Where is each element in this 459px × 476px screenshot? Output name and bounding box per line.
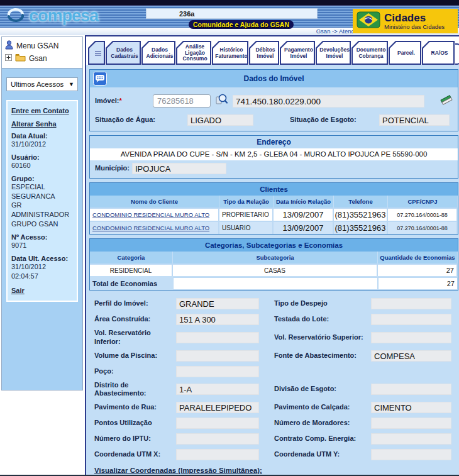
pavimento-rua-field: PARALELEPIPEDO: [176, 402, 259, 413]
col-tipo: Tipo da Relação: [219, 196, 274, 208]
community-help-link[interactable]: Comunidade e Ajuda do GSAN: [189, 20, 294, 29]
section-title: Dados do Imóvel: [243, 74, 304, 83]
municipio-row: Município: IPOJUCA: [90, 160, 458, 178]
logout-link[interactable]: Sair: [11, 287, 73, 294]
coordenada-utm-x-label: Coordenada UTM X:: [94, 450, 174, 459]
cliente-telefone: (81)35521963: [334, 221, 388, 234]
imovel-input[interactable]: [153, 94, 211, 108]
compesa-logo-text: compesa: [29, 6, 98, 26]
clientes-header-row: Nome do Cliente Tipo da Relação Data Iní…: [90, 196, 458, 208]
tab-historico-faturamento[interactable]: Histórico Faturamento: [212, 41, 248, 65]
endereco-field: AVENIDA PRAIA DO CUPE - S/N - KM 2,5 - G…: [90, 148, 458, 160]
ministry-text: Cidades Ministério das Cidades: [384, 13, 445, 30]
session-code-input[interactable]: [146, 8, 318, 19]
tab-devolucoes-imovel[interactable]: Devoluções Imóvel: [316, 41, 351, 65]
group-value: ESPECIAL SEGURANCA GR ADMINISTRADOR GRUP…: [11, 182, 73, 229]
imovel-label: Imóvel:*: [95, 97, 150, 106]
tab-strip-end: [455, 43, 459, 65]
tab-debitos-imovel[interactable]: Débitos Imóvel: [249, 41, 279, 65]
col-subcategoria: Subcategoria: [173, 252, 378, 263]
visualizar-coordenadas-link[interactable]: Visualizar Coordenadas (Impressão Simult…: [94, 467, 262, 474]
testada-lote-label: Testada do Lote:: [274, 315, 368, 324]
tree-expand-icon[interactable]: [5, 54, 12, 63]
col-quantidade: Quantidade de Economias: [378, 252, 458, 263]
user-info-panel: Entre em Contato Alterar Senha Data Atua…: [6, 100, 78, 302]
vol-reservatorio-superior-label: Vol. Reservatório Superior:: [274, 333, 368, 342]
menu-gsan-header[interactable]: Menu GSAN: [5, 40, 81, 52]
poco-label: Poço:: [94, 367, 174, 376]
tab-dados-cadastrais[interactable]: Dados Cadastrais: [106, 41, 141, 65]
cliente-link[interactable]: CONDOMINIO RESIDENCIAL MURO ALTO: [92, 224, 209, 231]
eraser-icon[interactable]: [440, 94, 453, 108]
section-dados-imovel: Dados do Imóvel Imóvel:* 741.450.1: [89, 69, 458, 131]
search-icon[interactable]: [215, 93, 228, 109]
tab-stack-icon[interactable]: [88, 41, 105, 65]
tab-documento-cobranca[interactable]: Documento Cobrança: [351, 41, 388, 65]
tab-ra-os[interactable]: RA/OS: [422, 41, 455, 65]
col-telefone: Telefone: [334, 196, 388, 208]
user-value: 60160: [11, 161, 73, 170]
poco-field: [176, 366, 259, 377]
fonte-abastecimento-label: Fonte de Abastecimento:: [274, 351, 368, 360]
numero-moradores-field: [371, 418, 451, 429]
tree-item-gsan[interactable]: Gsan: [5, 53, 81, 64]
access-number-value: 9071: [11, 241, 73, 250]
table-row: RESIDENCIAL CASAS 27: [90, 263, 458, 276]
cliente-link[interactable]: CONDOMINIO RESIDENCIAL MURO ALTO: [92, 211, 209, 218]
volume-piscina-field: [176, 350, 259, 362]
sidebar-panel: Ultimos Acessos ▼ Entre em Contato Alter…: [1, 69, 83, 390]
required-mark: *: [119, 97, 122, 104]
perfil-imovel-label: Perfil do Imóvel:: [94, 299, 174, 308]
contrato-energia-label: Contrato Comp. Energia:: [274, 434, 368, 443]
current-date-label: Data Atual:: [11, 132, 73, 140]
tipo-despejo-label: Tipo de Despejo: [274, 299, 368, 308]
vol-reservatorio-inferior-field: [176, 332, 259, 343]
section-categorias: Categorias, Subcategorias e Economias Ca…: [89, 238, 458, 291]
cliente-cpf: 07.270.164/0001-88: [388, 221, 458, 234]
col-cpf: CPF/CNPJ: [388, 196, 458, 208]
tab-analise-ligacao-consumo[interactable]: Análise Ligação Consumo: [176, 41, 211, 65]
numero-moradores-label: Número de Moradores:: [274, 419, 368, 428]
section-dados-imovel-header: Dados do Imóvel: [90, 70, 458, 87]
comment-icon[interactable]: [93, 72, 107, 87]
col-data: Data Início Relação: [274, 196, 334, 208]
access-number-label: Nº Acesso:: [11, 233, 73, 241]
tab-content: Dados do Imóvel Imóvel:* 741.450.1: [86, 65, 459, 476]
endereco-header: Endereço: [90, 136, 458, 148]
main-panel: Dados Cadastrais Dados Adicionais Anális…: [85, 35, 459, 476]
tab-parcel[interactable]: Parcel.: [389, 41, 421, 65]
cliente-telefone: (81)35521963: [334, 208, 388, 221]
section-endereco: Endereço AVENIDA PRAIA DO CUPE - S/N - K…: [89, 135, 458, 179]
tree-item-gsan-label: Gsan: [29, 54, 47, 63]
menu-gsan-label: Menu GSAN: [16, 42, 58, 50]
gov-title: Cidades: [384, 13, 445, 23]
distrito-abastecimento-field: 1-A: [176, 384, 259, 395]
detalhes-grid: Perfil do Imóvel: GRANDE Tipo de Despejo…: [89, 294, 458, 476]
categoria-value: RESIDENCIAL: [90, 263, 173, 276]
tab-dados-adicionais[interactable]: Dados Adicionais: [141, 41, 175, 65]
contrato-energia-field: [371, 433, 451, 445]
compesa-swirl-icon: [5, 7, 26, 26]
pavimento-rua-label: Pavimento de Rua:: [94, 403, 174, 412]
pontos-utilizacao-field: [176, 418, 259, 429]
gsan-window: compesa Comunidade e Ajuda do GSAN Cidad…: [0, 0, 459, 476]
cliente-data: 13/09/2007: [274, 221, 334, 234]
esgoto-field: POTENCIAL: [379, 114, 450, 126]
area-construida-label: Área Construída:: [94, 315, 174, 324]
col-categoria: Categoria: [90, 252, 173, 263]
cliente-data: 13/09/2007: [274, 208, 334, 221]
tab-pagamento-imovel[interactable]: Pagamento Imóvel: [280, 41, 315, 65]
brazil-flag-icon: [357, 11, 380, 31]
ultimos-acessos-select[interactable]: Ultimos Acessos ▼: [6, 77, 78, 91]
pontos-utilizacao-label: Pontos Utilização: [94, 419, 174, 428]
subcategoria-value: CASAS: [173, 263, 378, 276]
contact-link[interactable]: Entre em Contato: [11, 107, 73, 114]
change-password-link[interactable]: Alterar Senha: [11, 120, 73, 128]
folder-icon: [15, 53, 26, 64]
imovel-row: Imóvel:* 741.450.180.0229.000: [90, 87, 458, 112]
area-construida-field: 151 A 300: [176, 314, 259, 325]
volume-piscina-label: Volume da Piscina:: [94, 351, 174, 360]
total-economias-spacer: [173, 277, 378, 290]
chevron-down-icon: ▼: [69, 81, 74, 87]
user-icon: [5, 40, 13, 52]
